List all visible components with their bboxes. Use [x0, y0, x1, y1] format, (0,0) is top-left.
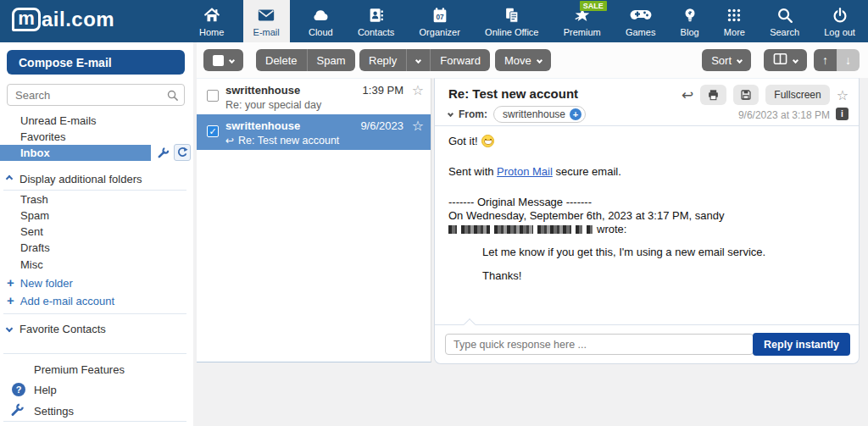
original-message-meta2: wrote: — [448, 223, 845, 236]
nav-premium[interactable]: SALE Premium — [558, 0, 607, 42]
sidebar-folder-drafts[interactable]: Drafts — [20, 241, 50, 254]
inbox-refresh-icon[interactable] — [174, 144, 191, 161]
settings-wrench-icon[interactable] — [10, 403, 24, 420]
sidebar-premium-features[interactable]: Premium Features — [34, 363, 125, 376]
row-sender: swrittenhouse — [225, 84, 300, 97]
message-nav-arrows: ↑ ↓ — [814, 49, 860, 71]
star-icon[interactable]: ☆ — [412, 118, 424, 134]
from-row: From: swrittenhouse + — [448, 106, 586, 123]
reply-button[interactable]: Reply — [359, 49, 406, 71]
plus-icon: + — [7, 293, 14, 307]
email-list-row[interactable]: swrittenhouse 1:39 PM ☆ Re: your special… — [197, 79, 431, 114]
info-icon[interactable]: i — [836, 108, 849, 120]
sidebar-search-icon[interactable] — [166, 89, 179, 105]
previous-message-arrow[interactable]: ↑ — [814, 49, 837, 71]
inbox-edit-wrench-icon[interactable] — [154, 144, 171, 161]
nav-more[interactable]: More — [718, 0, 751, 42]
sidebar-folder-sent[interactable]: Sent — [20, 225, 43, 238]
delete-button[interactable]: Delete — [256, 49, 307, 71]
sidebar-settings[interactable]: Settings — [34, 405, 74, 418]
nav-online-office[interactable]: Online Office — [479, 0, 544, 42]
sidebar-item-favorites[interactable]: Favorites — [20, 130, 65, 143]
original-message-header: ------- Original Message ------- — [448, 196, 845, 209]
reply-instantly-button[interactable]: Reply instantly — [753, 333, 850, 356]
sidebar-item-unread-emails[interactable]: Unread E-mails — [20, 114, 97, 127]
row-checkbox-checked[interactable]: ✓ — [207, 125, 219, 137]
select-all-dropdown[interactable] — [203, 49, 243, 71]
mailcom-logo[interactable]: mail.com — [12, 8, 114, 31]
top-navigation-bar: mail.com Home E-mail Cloud Contacts 07 — [0, 0, 868, 42]
print-button[interactable] — [700, 85, 726, 105]
redacted-text — [537, 225, 571, 234]
nav-search[interactable]: Search — [764, 0, 805, 42]
row-time: 1:39 PM — [363, 84, 403, 97]
chevron-down-icon[interactable] — [448, 110, 453, 116]
help-icon[interactable]: ? — [12, 383, 25, 396]
sender-pill[interactable]: swrittenhouse + — [493, 106, 586, 123]
email-list: swrittenhouse 1:39 PM ☆ Re: your special… — [197, 78, 431, 362]
reply-dropdown[interactable] — [406, 49, 430, 71]
nav-premium-label: Premium — [564, 27, 601, 37]
nav-games[interactable]: Games — [620, 0, 661, 42]
chevron-down-icon — [793, 57, 798, 63]
sidebar-favorite-contacts-header[interactable]: Favorite Contacts — [7, 323, 106, 335]
sidebar-add-email-account[interactable]: +Add e-mail account — [7, 293, 114, 307]
logout-power-icon — [831, 6, 849, 25]
sidebar-new-folder[interactable]: +New folder — [7, 275, 73, 290]
logo-text: ail.com — [42, 8, 114, 31]
nav-logout[interactable]: Log out — [818, 0, 861, 42]
redacted-text — [448, 225, 457, 234]
save-button[interactable] — [733, 85, 759, 105]
forward-button[interactable]: Forward — [430, 49, 490, 71]
redacted-text — [461, 225, 490, 234]
inbox-tools — [154, 144, 191, 161]
star-icon[interactable]: ☆ — [837, 87, 849, 103]
compose-email-button[interactable]: Compose E-mail — [7, 50, 185, 75]
row-time: 9/6/2023 — [360, 119, 403, 132]
inbox-label: Inbox — [20, 147, 50, 159]
sidebar-folder-spam[interactable]: Spam — [20, 209, 49, 222]
nav-home[interactable]: Home — [193, 0, 230, 42]
sidebar: Compose E-mail Unread E-mails Favorites … — [0, 42, 193, 426]
quick-reply-bar: Reply instantly — [435, 324, 859, 363]
sidebar-help[interactable]: Help — [34, 384, 57, 396]
nav-contacts[interactable]: Contacts — [352, 0, 400, 42]
nav-blog[interactable]: Blog — [675, 0, 705, 42]
sender-name: swrittenhouse — [503, 108, 565, 120]
next-message-arrow[interactable]: ↓ — [837, 49, 860, 71]
nav-organizer[interactable]: 07 Organizer — [414, 0, 466, 42]
top-nav-items: Home E-mail Cloud Contacts 07 Organizer … — [193, 0, 861, 42]
online-office-icon — [503, 6, 521, 25]
spam-button[interactable]: Spam — [307, 49, 355, 71]
sale-badge: SALE — [580, 1, 607, 11]
nav-online-office-label: Online Office — [485, 27, 538, 37]
organizer-calendar-icon: 07 — [431, 6, 449, 25]
fullscreen-button[interactable]: Fullscreen — [765, 85, 829, 105]
sidebar-folders-header[interactable]: Display additional folders — [7, 173, 142, 185]
nav-search-label: Search — [770, 27, 799, 37]
sidebar-folder-trash[interactable]: Trash — [20, 193, 48, 206]
home-icon — [203, 6, 221, 25]
quoted-line: Thanks! — [482, 269, 845, 283]
quick-reply-input[interactable] — [445, 334, 754, 355]
sidebar-search-input[interactable] — [7, 84, 185, 106]
star-icon[interactable]: ☆ — [412, 82, 424, 98]
nav-cloud[interactable]: Cloud — [303, 0, 339, 42]
reply-arrow-icon[interactable]: ↩ — [682, 86, 693, 104]
email-list-row-selected[interactable]: ✓ swrittenhouse 9/6/2023 ☆ ↩Re: Test new… — [197, 114, 431, 150]
row-checkbox[interactable] — [207, 90, 219, 102]
add-contact-icon[interactable]: + — [570, 108, 581, 120]
move-dropdown[interactable]: Move — [495, 49, 551, 71]
chevron-up-icon — [6, 175, 13, 182]
select-all-checkbox[interactable] — [213, 55, 224, 66]
sidebar-item-inbox[interactable]: Inbox — [0, 145, 151, 161]
more-grid-icon — [725, 6, 743, 25]
sidebar-folder-misc[interactable]: Misc — [20, 258, 43, 271]
reader-header: Re: Test new account ↩ Fullscreen ☆ From… — [435, 79, 859, 126]
proton-mail-link[interactable]: Proton Mail — [497, 165, 553, 178]
divider — [3, 353, 186, 354]
layout-dropdown[interactable] — [764, 49, 807, 71]
sort-dropdown[interactable]: Sort — [702, 49, 751, 71]
quick-reply-caret — [464, 318, 476, 330]
nav-email[interactable]: E-mail — [243, 0, 290, 42]
